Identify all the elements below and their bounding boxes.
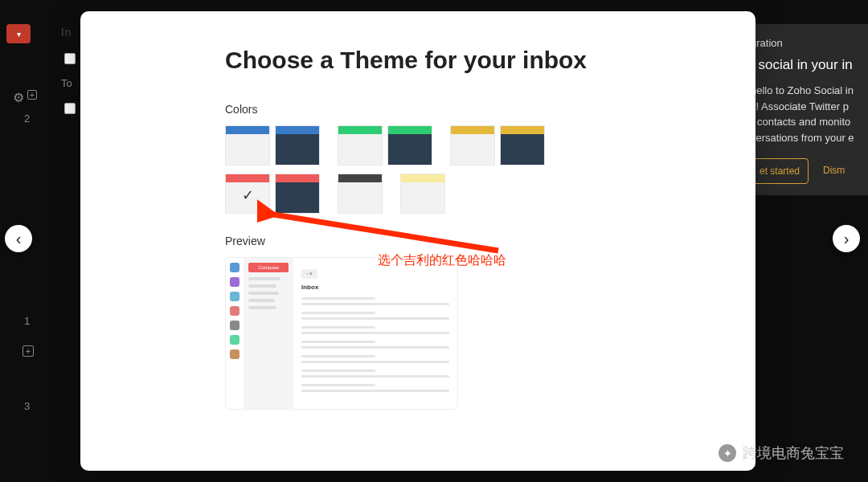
theme-modal: Choose a Theme for your inbox Colors ✓ P…	[80, 11, 755, 471]
rail-icon	[230, 306, 240, 316]
check-icon: ✓	[242, 186, 254, 204]
promo-body: r contacts and monito	[751, 114, 857, 130]
rail-icon	[230, 277, 240, 287]
preview-main: ▫ ▾ Inbox	[293, 258, 457, 409]
workspace-dropdown-icon[interactable]: ▾	[6, 24, 31, 43]
mail-checkbox[interactable]	[64, 53, 76, 64]
dismiss-button[interactable]: Dism	[815, 158, 853, 184]
carousel-prev-button[interactable]: ‹	[5, 225, 32, 252]
preview-label: Preview	[225, 235, 707, 247]
promo-body: x! Associate Twitter p	[751, 99, 857, 115]
rail-icon	[230, 321, 240, 330]
sidebar-count: 1	[24, 315, 30, 327]
chevron-right-icon: ›	[844, 230, 850, 248]
plus-box-icon[interactable]: +	[27, 90, 37, 100]
promo-card: gration t social in your in hello to Zoh…	[739, 24, 868, 195]
theme-red[interactable]: ✓	[225, 174, 320, 214]
theme-yellow[interactable]	[450, 125, 545, 165]
promo-title: t social in your in	[751, 55, 857, 76]
theme-preview: Compose ▫ ▾ Inbox	[225, 257, 458, 410]
promo-body: versations from your e	[751, 130, 857, 146]
annotation-text: 选个吉利的红色哈哈哈	[378, 252, 506, 269]
theme-green[interactable]	[338, 125, 432, 165]
rail-icon	[230, 263, 240, 272]
preview-compose-button: Compose	[248, 263, 289, 272]
colors-label: Colors	[225, 103, 707, 116]
plus-box-icon[interactable]: +	[23, 345, 34, 357]
wechat-icon: ✦	[719, 444, 736, 462]
get-started-button[interactable]: et started	[751, 158, 809, 184]
sidebar-count: 3	[24, 400, 30, 412]
preview-rail	[226, 258, 244, 409]
theme-lightyellow[interactable]	[400, 174, 445, 214]
preview-tab: ▫ ▾	[301, 269, 317, 279]
preview-sidebar: Compose	[244, 258, 293, 409]
rail-icon	[230, 292, 240, 301]
inbox-heading: In	[61, 26, 71, 39]
watermark-text: 跨境电商兔宝宝	[743, 443, 844, 463]
watermark: ✦ 跨境电商兔宝宝	[719, 443, 844, 463]
rail-icon	[230, 335, 240, 345]
theme-blue[interactable]	[225, 125, 320, 165]
modal-title: Choose a Theme for your inbox	[225, 47, 707, 74]
today-label: To	[61, 77, 72, 89]
carousel-next-button[interactable]: ›	[833, 225, 860, 252]
promo-body: hello to Zoho Social in	[751, 83, 857, 99]
promo-eyebrow: gration	[751, 35, 857, 51]
theme-swatches: ✓	[225, 125, 595, 214]
theme-gray[interactable]	[338, 174, 383, 214]
preview-inbox-title: Inbox	[301, 284, 449, 291]
sidebar-count: 2	[24, 112, 30, 125]
mail-checkbox[interactable]	[64, 103, 76, 114]
gear-icon[interactable]: ⚙	[13, 90, 24, 105]
rail-icon	[230, 349, 240, 359]
chevron-left-icon: ‹	[16, 230, 22, 248]
